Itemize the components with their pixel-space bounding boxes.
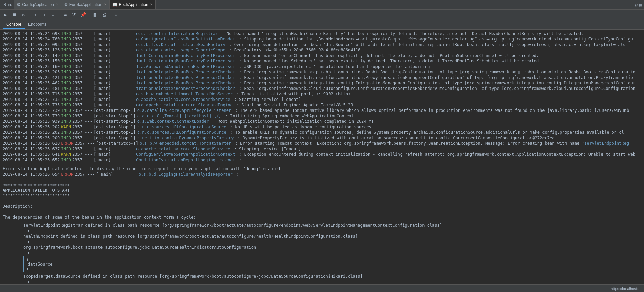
- log-line: 2019-08-14 11:05:25.739 INFO 2357 --- [o…: [0, 113, 644, 119]
- log-line: 2019-08-14 11:05:25.939 INFO 2357 --- [o…: [0, 119, 644, 124]
- log-line: 2019-08-14 11:05:26.637 INFO 2357 --- [ …: [0, 146, 644, 152]
- banner-stars-bottom: ***************************: [3, 193, 641, 198]
- layout-icon[interactable]: ▤: [639, 2, 642, 8]
- status-bar-text: https://localhost:...: [611, 287, 641, 291]
- console-tab-label: Console: [6, 22, 21, 27]
- log-line: 2019-08-14 11:05:25.421 INFO 2357 --- [ …: [0, 75, 644, 80]
- pin-button[interactable]: 📌: [79, 11, 87, 19]
- empty-line: [3, 198, 641, 201]
- toolbar-separator-1: [29, 12, 29, 18]
- banner-stars-top: ***************************: [3, 183, 641, 188]
- log-line: 2019-08-14 11:05:25.716 INFO 2357 --- [ …: [0, 91, 644, 97]
- cycle-box-arrow-bottom: ↑: [25, 267, 52, 271]
- scroll-end-button[interactable]: ⤓: [49, 11, 57, 19]
- wrap-button[interactable]: ⇌: [61, 11, 69, 19]
- log-line: 2019-08-14 11:05:26.209 INFO 2357 --- [o…: [0, 135, 644, 141]
- log-line: 2019-08-14 11:05:26.641 WARN 2357 --- [ …: [0, 152, 644, 157]
- sub-tab-endpoints[interactable]: Endpoints: [25, 20, 50, 29]
- description-label: Description:: [3, 204, 641, 209]
- clear-button[interactable]: 🗑: [91, 11, 99, 19]
- tab-book-application[interactable]: 📖 BookApplication ✕: [110, 0, 156, 9]
- tab-bar-right: ⚙ ▤: [635, 2, 644, 8]
- cycle-bean-2: healthEndpoint defined in class path res…: [3, 233, 641, 240]
- cycle-bean-4: scopedTarget.dataSource defined in class…: [3, 273, 641, 279]
- toolbar-separator-3: [89, 12, 89, 18]
- print-button[interactable]: 🖨: [100, 11, 108, 19]
- description-text: The dependencies of some of the beans in…: [3, 215, 641, 220]
- tab-bar: Run: ⚙ ConfigApplication ✕ ⚙ EurekaAppli…: [0, 0, 644, 10]
- stop-button[interactable]: ⏹: [10, 11, 19, 19]
- cycle-arrow-2: ↑: [3, 240, 641, 244]
- book-app-icon: 📖: [112, 2, 118, 7]
- tab-eureka-application[interactable]: ⚙ EurekaApplication ✕: [61, 0, 110, 9]
- tab-config-application[interactable]: ⚙ ConfigApplication ✕: [14, 0, 61, 9]
- cycle-box: ↑ dataSource ↑: [23, 256, 54, 272]
- log-line: 2019-08-14 11:05:26.202 WARN 2357 --- [o…: [0, 124, 644, 130]
- log-line: 2019-08-14 11:05:24.760 INFO 2357 --- [ …: [0, 36, 644, 42]
- config-app-label: ConfigApplication: [22, 2, 54, 7]
- settings-icon[interactable]: ⚙: [635, 2, 637, 8]
- log-line: 2019-08-14 11:05:25.735 INFO 2357 --- [ …: [0, 102, 644, 108]
- cycle-bean-1: servletEndpointRegistrar defined in clas…: [3, 222, 641, 229]
- close-config-app[interactable]: ✕: [56, 3, 58, 7]
- failure-banner: *************************** APPLICATION …: [0, 180, 644, 222]
- log-line: 2019-08-14 11:05:26.652 INFO 2357 --- [ …: [0, 157, 644, 163]
- cycle-bean-3: org.springframework.boot.actuate.autocon…: [3, 244, 641, 250]
- restart-button[interactable]: ↺: [19, 11, 27, 19]
- run-label: Run:: [1, 2, 14, 7]
- banner-title: APPLICATION FAILED TO START: [3, 188, 641, 193]
- log-line: 2019-08-14 11:05:25.203 INFO 2357 --- [ …: [0, 69, 644, 75]
- scroll-up-button[interactable]: ↑: [31, 11, 39, 19]
- log-line: 2019-08-14 11:05:26.202 INFO 2357 --- [o…: [0, 130, 644, 135]
- log-line: 2019-08-14 11:05:25.126 INFO 2357 --- [ …: [0, 47, 644, 53]
- log-line: 2019-08-14 11:05:24.698 INFO 2357 --- [ …: [0, 31, 644, 36]
- empty-line: [0, 163, 644, 166]
- toolbar: ▶ ⏹ ↺ ↑ ↓ ⤓ ⇌ ⧩ 📌 🗑 🖨 ⚙: [0, 10, 644, 20]
- log-line: 2019-08-14 11:05:25.149 INFO 2357 --- [ …: [0, 53, 644, 58]
- close-eureka-app[interactable]: ✕: [104, 3, 107, 7]
- cycle-arrow-1: ↑: [3, 229, 641, 233]
- cycle-section: servletEndpointRegistrar defined in clas…: [0, 222, 644, 284]
- toolbar-separator-2: [59, 12, 59, 18]
- empty-line: [0, 177, 644, 180]
- close-book-app[interactable]: ✕: [150, 3, 153, 7]
- log-line: 2019-08-14 11:05:25.481 INFO 2357 --- [ …: [0, 86, 644, 91]
- cycle-arrow-5: ↑: [3, 279, 641, 284]
- log-line: 2019-08-14 11:05:25.462 INFO 2357 --- [ …: [0, 80, 644, 86]
- status-bar: https://localhost:...: [0, 284, 644, 292]
- log-line: 2019-08-14 11:05:25.735 INFO 2357 --- [ …: [0, 97, 644, 102]
- endpoints-tab-label: Endpoints: [28, 22, 46, 27]
- log-line: 2019-08-14 11:05:25.739 INFO 2357 --- [o…: [0, 108, 644, 113]
- settings-button[interactable]: ⚙: [112, 11, 120, 19]
- book-app-label: BookApplication: [119, 2, 148, 7]
- eureka-app-label: EurekaApplication: [69, 2, 103, 7]
- cycle-box-bean: dataSource: [25, 262, 52, 267]
- cycle-box-arrow: ↑: [25, 257, 52, 262]
- run-button[interactable]: ▶: [1, 11, 10, 19]
- log-line: 2019-08-14 11:05:25.160 INFO 2357 --- [ …: [0, 64, 644, 69]
- empty-line: [3, 209, 641, 212]
- log-line: 2019-08-14 11:05:26.620 ERROR 2357 --- […: [0, 141, 644, 146]
- filter-button[interactable]: ⧩: [70, 11, 78, 19]
- log-line-error-reporter: 2019-08-14 11:05:26.654 ERROR 2357 --- […: [0, 172, 644, 177]
- config-app-icon: ⚙: [17, 2, 21, 7]
- sub-tab-console[interactable]: Console: [3, 20, 25, 29]
- error-starting-line: Error starting ApplicationContext. To di…: [0, 166, 644, 172]
- sub-toolbar: Console Endpoints: [0, 20, 644, 30]
- error-starting-text: Error starting ApplicationContext. To di…: [3, 166, 283, 172]
- eureka-app-icon: ⚙: [64, 2, 68, 7]
- servlet-endpoint-link[interactable]: servletEndpointReg: [584, 141, 629, 146]
- log-line: 2019-08-14 11:05:25.150 INFO 2357 --- [ …: [0, 58, 644, 64]
- cycle-arrow-3: ↑: [3, 250, 641, 255]
- tab-bar-left: Run: ⚙ ConfigApplication ✕ ⚙ EurekaAppli…: [1, 0, 156, 9]
- scroll-down-button[interactable]: ↓: [40, 11, 48, 19]
- log-line: 2019-08-14 11:05:25.093 INFO 2357 --- [ …: [0, 42, 644, 47]
- console-output[interactable]: 2019-08-14 11:05:24.698 INFO 2357 --- [ …: [0, 30, 644, 284]
- toolbar-separator-4: [110, 12, 110, 18]
